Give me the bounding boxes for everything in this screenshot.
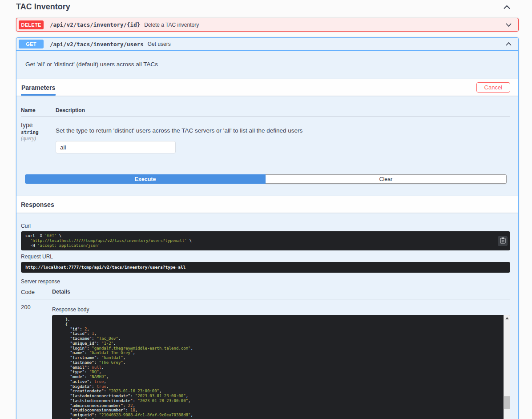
delete-endpoint-row[interactable]: DELETE /api/v2/tacs/inventory/{id} Delet… [16,18,518,31]
get-endpoint-body: Get 'all' or 'distinct' (default) users … [16,51,518,419]
scrollbar-thumb[interactable] [504,396,510,409]
curl-command: curl -X 'GET' \ 'http://localhost:7777/t… [25,234,495,248]
get-endpoint-row[interactable]: GET /api/v2/tacs/inventory/users Get use… [16,38,518,51]
page-title[interactable]: TAC Inventory [16,2,70,12]
parameter-row: type string (query) Set the type to retu… [21,121,510,153]
cancel-button[interactable]: Cancel [476,82,510,93]
tab-parameters[interactable]: Parameters [21,79,56,96]
chevron-up-icon [503,4,511,11]
get-endpoint-path: /api/v2/tacs/inventory/users [50,41,144,48]
summary-divider [514,40,514,48]
responses-header: Responses [16,196,518,213]
section-header: TAC Inventory [16,0,519,14]
delete-endpoint-path: /api/v2/tacs/inventory/{id} [50,21,140,28]
type-parameter-input[interactable] [56,141,176,153]
request-url-block: http://localhost:7777/tcmp/api/v2/tacs/i… [21,262,510,273]
delete-expand-button[interactable] [505,22,512,28]
copy-to-clipboard-button[interactable] [498,236,508,246]
triangle-up-icon [505,317,509,319]
parameters-table: Name Description type string (query) Set… [16,96,518,196]
responses-title: Responses [21,201,54,208]
section-collapse-button[interactable] [502,4,512,11]
chevron-down-icon [505,22,512,29]
parameter-name-cell: type string (query) [21,121,56,153]
curl-command-block: curl -X 'GET' \ 'http://localhost:7777/t… [21,231,510,250]
parameters-table-header: Name Description [21,107,510,117]
parameter-description: Set the type to return 'distinct' users … [56,127,510,134]
responses-area: Curl curl -X 'GET' \ 'http://localhost:7… [16,213,518,419]
delete-endpoint-summary: Delete a TAC inventory [144,22,199,28]
status-code: 200 [21,304,52,419]
parameter-type: string [21,129,56,135]
tab-parameters-label: Parameters [21,84,55,91]
response-body-block: }, { "id": 2, "tacid": 1, "tacname": "Ta… [52,315,510,419]
response-details-cell: Response body }, { "id": 2, "tacid": 1, … [52,304,510,419]
description-column-header: Description [56,107,85,113]
get-collapse-button[interactable] [505,41,512,47]
request-url: http://localhost:7777/tcmp/api/v2/tacs/i… [25,265,506,270]
parameter-name: type [21,121,56,129]
server-response-label: Server response [21,278,510,285]
opblock-delete: DELETE /api/v2/tacs/inventory/{id} Delet… [16,18,519,32]
opblock-get: GET /api/v2/tacs/inventory/users Get use… [16,37,519,419]
get-method-badge: GET [19,40,44,48]
endpoint-description: Get 'all' or 'distinct' (default) users … [16,51,518,79]
delete-method-badge: DELETE [19,20,44,29]
scroll-up-arrow[interactable] [504,315,510,322]
execute-button-group: Execute Clear [25,174,507,184]
parameter-location: (query) [21,136,56,141]
request-url-label: Request URL [21,254,510,260]
summary-divider [514,21,514,28]
response-row: 200 Response body }, { "id": 2, "tacid":… [21,304,510,419]
clipboard-icon [500,237,506,245]
swagger-page: TAC Inventory DELETE /api/v2/tacs/invent… [0,0,532,419]
execute-button[interactable]: Execute [25,174,266,184]
parameters-header: Parameters Cancel [16,79,518,96]
chevron-up-icon [505,41,512,48]
response-table-header: Code Details [21,289,510,299]
response-body-json: }, { "id": 2, "tacid": 1, "tacname": "Ta… [56,317,501,419]
parameter-description-cell: Set the type to return 'distinct' users … [56,121,510,153]
code-column-header: Code [21,289,52,295]
response-body-scrollbar[interactable] [504,315,510,419]
clear-button[interactable]: Clear [266,174,507,184]
response-body-label: Response body [52,304,510,313]
name-column-header: Name [21,107,56,113]
curl-label: Curl [21,223,510,229]
get-endpoint-summary: Get users [148,41,171,47]
details-column-header: Details [52,289,70,295]
